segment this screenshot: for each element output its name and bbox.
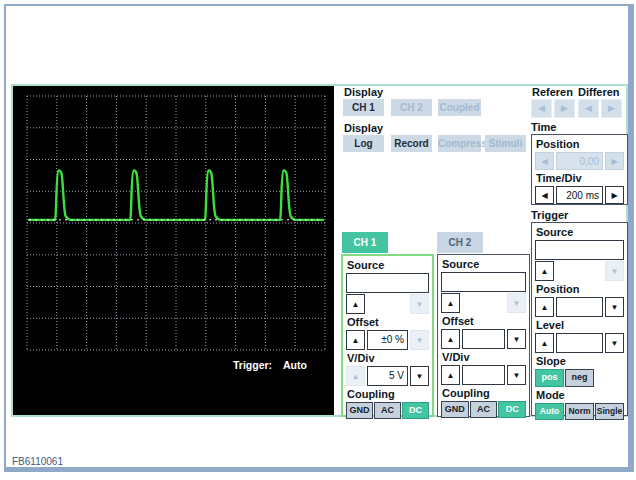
up-arrow-icon: ▲: [541, 303, 549, 312]
down-arrow-icon: ▼: [611, 339, 619, 348]
ch1-coupling-label: Coupling: [347, 388, 429, 400]
ch1-offset-down-button[interactable]: ▼: [410, 330, 429, 350]
ch2-vdiv-down-button[interactable]: ▼: [507, 365, 526, 385]
ch2-source-up-button[interactable]: ▲: [441, 293, 460, 313]
ch2-vdiv-field[interactable]: [462, 365, 505, 385]
left-arrow-icon: ◀: [538, 103, 545, 113]
ch2-source-field[interactable]: [441, 272, 526, 292]
right-arrow-icon: ▶: [608, 103, 615, 113]
down-arrow-icon: ▼: [513, 335, 521, 344]
ch1-source-up-button[interactable]: ▲: [346, 294, 365, 314]
ch2-offset-down-button[interactable]: ▼: [507, 329, 526, 349]
trigger-source-up-button[interactable]: ▲: [535, 261, 554, 281]
ch1-offset-field[interactable]: ±0 %: [367, 330, 408, 350]
down-arrow-icon: ▼: [513, 299, 521, 308]
down-arrow-icon: ▼: [416, 336, 424, 345]
trigger-source-field[interactable]: [535, 240, 624, 260]
difference-label: Differen: [578, 86, 620, 98]
trigger-position-down-button[interactable]: ▼: [605, 297, 624, 317]
ch2-offset-field[interactable]: [462, 329, 505, 349]
trigger-position-field[interactable]: [556, 297, 603, 317]
ch1-panel: Source ▲ ▼ Offset ▲ ±0 % ▼ V/Div ▲ 5 V ▼…: [341, 254, 434, 417]
ch2-panel: Source ▲ ▼ Offset ▲ ▼ V/Div ▲ ▼ Coupling…: [437, 254, 530, 417]
trigger-source-label: Source: [536, 226, 624, 238]
difference-prev-button[interactable]: ◀: [578, 99, 599, 118]
tab-ch2[interactable]: CH 2: [437, 232, 483, 253]
trigger-mode-single-button[interactable]: Single: [595, 403, 624, 420]
left-arrow-icon: ◀: [585, 103, 592, 113]
display-coupled-button[interactable]: Coupled: [438, 99, 481, 116]
up-arrow-icon: ▲: [352, 336, 360, 345]
down-arrow-icon: ▼: [416, 372, 424, 381]
ch2-coupling-gnd-button[interactable]: GND: [441, 401, 469, 418]
right-arrow-icon: ▶: [561, 103, 568, 113]
trigger-slope-label: Slope: [536, 355, 624, 367]
ch1-source-label: Source: [347, 259, 429, 271]
trigger-position-label: Position: [536, 283, 624, 295]
trigger-status-value: Auto: [283, 359, 307, 371]
ch2-source-label: Source: [442, 258, 526, 270]
ch1-offset-label: Offset: [347, 316, 429, 328]
time-div-decrement-button[interactable]: ◀: [535, 186, 554, 204]
left-arrow-icon: ◀: [541, 191, 547, 200]
trigger-slope-pos-button[interactable]: pos: [535, 369, 564, 387]
ch1-offset-up-button[interactable]: ▲: [346, 330, 365, 350]
ch2-offset-up-button[interactable]: ▲: [441, 329, 460, 349]
ch1-vdiv-label: V/Div: [347, 352, 429, 364]
reference-prev-button[interactable]: ◀: [531, 99, 552, 118]
ch1-source-down-button[interactable]: ▼: [410, 294, 429, 314]
up-arrow-icon: ▲: [447, 371, 455, 380]
up-arrow-icon: ▲: [352, 300, 360, 309]
time-position-decrement-button[interactable]: ◀: [535, 152, 554, 170]
trigger-level-down-button[interactable]: ▼: [605, 333, 624, 353]
ch1-coupling-ac-button[interactable]: AC: [374, 402, 401, 419]
trigger-level-up-button[interactable]: ▲: [535, 333, 554, 353]
time-div-label: Time/Div: [536, 172, 624, 184]
trigger-group-label: Trigger: [531, 209, 568, 221]
tab-ch1[interactable]: CH 1: [342, 232, 388, 253]
display-compress-button[interactable]: Compress: [438, 135, 481, 152]
down-arrow-icon: ▼: [416, 300, 424, 309]
display-stimuli-button[interactable]: Stimuli: [485, 135, 526, 152]
trigger-status-label: Trigger:: [233, 359, 272, 371]
trigger-source-down-button[interactable]: ▼: [605, 261, 624, 281]
time-groupbox: Position ◀ 0,00 ▶ Time/Div ◀ 200 ms ▶: [531, 134, 628, 205]
time-div-increment-button[interactable]: ▶: [605, 186, 624, 204]
trigger-mode-norm-button[interactable]: Norm: [565, 403, 594, 420]
time-group-label: Time: [531, 121, 556, 133]
left-arrow-icon: ◀: [541, 157, 547, 166]
up-arrow-icon: ▲: [541, 339, 549, 348]
time-position-field[interactable]: 0,00: [556, 152, 603, 170]
time-position-increment-button[interactable]: ▶: [605, 152, 624, 170]
ch1-coupling-dc-button[interactable]: DC: [402, 402, 429, 419]
up-arrow-icon: ▲: [541, 267, 549, 276]
display-ch1-button[interactable]: CH 1: [343, 99, 384, 116]
ch2-coupling-label: Coupling: [442, 387, 526, 399]
difference-next-button[interactable]: ▶: [601, 99, 622, 118]
display-log-button[interactable]: Log: [343, 135, 384, 152]
ch2-coupling-dc-button[interactable]: DC: [498, 401, 526, 418]
ch1-vdiv-field[interactable]: 5 V: [367, 366, 408, 386]
time-position-label: Position: [536, 138, 624, 150]
reference-next-button[interactable]: ▶: [554, 99, 575, 118]
trigger-slope-neg-button[interactable]: neg: [565, 369, 594, 387]
ch1-vdiv-down-button[interactable]: ▼: [410, 366, 429, 386]
time-div-field[interactable]: 200 ms: [556, 186, 603, 204]
ch1-vdiv-up-button[interactable]: ▲: [346, 366, 365, 386]
display-record-button[interactable]: Record: [391, 135, 432, 152]
ch1-coupling-gnd-button[interactable]: GND: [346, 402, 373, 419]
down-arrow-icon: ▼: [513, 371, 521, 380]
ch2-vdiv-up-button[interactable]: ▲: [441, 365, 460, 385]
display-ch2-button[interactable]: CH 2: [391, 99, 432, 116]
scope-display: Trigger: Auto: [13, 86, 334, 415]
trigger-groupbox: Source ▲ ▼ Position ▲ ▼ Level ▲ ▼ Slope …: [531, 222, 628, 416]
down-arrow-icon: ▼: [611, 303, 619, 312]
ch2-coupling-ac-button[interactable]: AC: [470, 401, 498, 418]
trigger-mode-label: Mode: [536, 389, 624, 401]
trigger-mode-auto-button[interactable]: Auto: [535, 403, 564, 420]
ch1-source-field[interactable]: [346, 273, 429, 293]
reference-label: Referen: [532, 86, 573, 98]
trigger-position-up-button[interactable]: ▲: [535, 297, 554, 317]
trigger-level-field[interactable]: [556, 333, 603, 353]
ch2-source-down-button[interactable]: ▼: [507, 293, 526, 313]
